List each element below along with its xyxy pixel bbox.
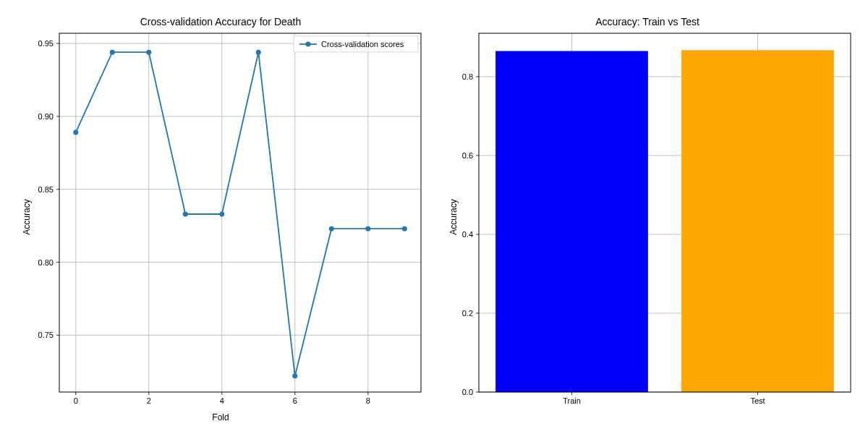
svg-point-35 — [219, 212, 224, 217]
svg-point-39 — [365, 226, 370, 231]
svg-text:Train: Train — [563, 396, 581, 405]
svg-point-31 — [73, 130, 78, 135]
svg-text:0.75: 0.75 — [38, 331, 54, 339]
svg-text:0.80: 0.80 — [38, 258, 54, 267]
svg-text:0.4: 0.4 — [462, 230, 473, 239]
svg-point-43 — [306, 42, 311, 47]
svg-point-37 — [292, 373, 297, 378]
svg-point-36 — [256, 50, 261, 55]
right-panel: Accuracy: Train vs Test Accuracy 0.00.20… — [434, 7, 861, 427]
left-ylabel: Accuracy — [22, 199, 32, 234]
svg-point-33 — [146, 50, 151, 55]
bar-chart: 0.00.20.40.60.8TrainTest — [434, 7, 861, 427]
svg-text:0.95: 0.95 — [38, 39, 54, 48]
svg-text:0.8: 0.8 — [462, 72, 473, 81]
svg-point-32 — [110, 50, 115, 55]
svg-text:2: 2 — [147, 396, 151, 405]
svg-text:Cross-validation scores: Cross-validation scores — [321, 40, 404, 48]
left-title: Cross-validation Accuracy for Death — [7, 16, 434, 27]
legend: Cross-validation scores — [294, 36, 418, 52]
left-xlabel: Fold — [7, 412, 434, 422]
svg-point-34 — [183, 212, 188, 217]
right-ylabel: Accuracy — [448, 199, 459, 234]
svg-text:0.6: 0.6 — [462, 151, 473, 160]
svg-text:0: 0 — [74, 396, 78, 405]
svg-point-40 — [402, 226, 407, 231]
svg-point-38 — [329, 226, 334, 231]
svg-text:0.2: 0.2 — [462, 309, 473, 318]
figure: Cross-validation Accuracy for Death Accu… — [0, 0, 868, 434]
line-chart: 024680.750.800.850.900.95Cross-validatio… — [7, 7, 434, 427]
svg-text:4: 4 — [220, 396, 224, 405]
left-panel: Cross-validation Accuracy for Death Accu… — [7, 7, 434, 427]
svg-rect-30 — [59, 33, 421, 392]
svg-text:8: 8 — [366, 396, 370, 405]
svg-rect-67 — [681, 50, 834, 392]
svg-rect-66 — [495, 51, 648, 392]
svg-text:0.85: 0.85 — [38, 185, 54, 194]
svg-text:0.90: 0.90 — [38, 112, 54, 121]
svg-text:0.0: 0.0 — [462, 388, 473, 396]
right-title: Accuracy: Train vs Test — [434, 16, 861, 27]
svg-text:6: 6 — [293, 396, 297, 405]
svg-text:Test: Test — [750, 396, 765, 405]
